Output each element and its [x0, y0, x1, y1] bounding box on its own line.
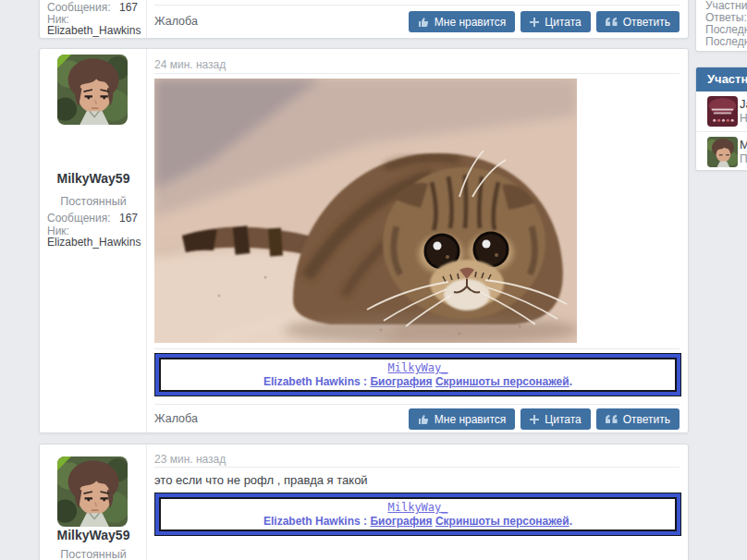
reply-button-label: Ответить — [623, 413, 670, 426]
report-link[interactable]: Жалоба — [154, 15, 198, 28]
signature-name: Elizabeth Hawkins : — [263, 375, 367, 388]
post-actions: Мне нравится Цитата Ответить — [409, 408, 680, 430]
member-2-name: Mil — [740, 138, 747, 152]
nick-value: Elizabeth_Hawkins — [47, 24, 138, 37]
online-indicator-badge — [57, 457, 71, 470]
reply-button[interactable]: Ответить — [596, 408, 680, 430]
stats-row-last-2: Последний — [705, 36, 747, 48]
messages-label: Сообщения: — [47, 212, 110, 225]
post-body-text: это если что не рофл , правда я такой — [154, 473, 677, 487]
signature-suffix: . — [569, 515, 572, 528]
signature-screens-link[interactable]: Скриншоты персонажей — [435, 515, 569, 528]
members-box: Участники Jan Нов — [695, 67, 747, 171]
thumbs-up-icon — [418, 414, 429, 425]
signature-suffix: . — [569, 375, 572, 388]
signature-bio-link[interactable]: Биография — [370, 515, 432, 528]
signature-user-link[interactable]: MilkyWay_ — [387, 361, 447, 374]
member-row-1[interactable]: Jan Нов — [696, 91, 747, 131]
messages-label: Сообщения: — [47, 1, 110, 14]
signature-border: MilkyWay_ Elizabeth Hawkins : Биография … — [155, 354, 680, 396]
quote-marks-icon — [606, 18, 618, 26]
signature-line-2: Elizabeth Hawkins : Биография Скриншоты … — [263, 515, 572, 528]
messages-count-row: Сообщения: 167 — [47, 212, 138, 225]
signature-divider — [154, 348, 680, 349]
signature-line-1: MilkyWay_ — [387, 501, 447, 514]
thumbs-up-icon — [418, 17, 429, 28]
signature-user-link[interactable]: MilkyWay_ — [387, 501, 447, 514]
plus-icon — [530, 415, 539, 424]
post-image-cat[interactable] — [154, 79, 577, 343]
signature-bio-link[interactable]: Биография — [370, 375, 432, 388]
author-name[interactable]: MilkyWay59 — [40, 528, 147, 542]
topic-stats-box: Участники Ответы: Последний Последний — [695, 0, 747, 52]
quote-button[interactable]: Цитата — [520, 408, 590, 430]
signature-border: MilkyWay_ Elizabeth Hawkins : Биография … — [155, 493, 680, 535]
quote-marks-icon — [606, 415, 618, 423]
quote-button-label: Цитата — [545, 16, 581, 29]
author-name[interactable]: MilkyWay59 — [40, 171, 147, 186]
member-1-avatar-image — [707, 96, 738, 127]
post-top-user-column: Сообщения: 167 Ник: Elizabeth_Hawkins — [40, 0, 147, 38]
messages-value: 167 — [119, 212, 138, 225]
like-button[interactable]: Мне нравится — [409, 11, 516, 32]
post-card-top: Сообщения: 167 Ник: Elizabeth_Hawkins Жа… — [39, 0, 689, 39]
report-link[interactable]: Жалоба — [154, 412, 198, 425]
member-1-name: Jan — [740, 97, 747, 111]
post-timestamp[interactable]: 23 мин. назад — [154, 453, 226, 466]
post-footer-divider — [154, 404, 680, 405]
signature-block: MilkyWay_ Elizabeth Hawkins : Биография … — [154, 493, 681, 536]
post-timestamp[interactable]: 24 мин. назад — [154, 58, 226, 71]
signature-content: MilkyWay_ Elizabeth Hawkins : Биография … — [159, 497, 677, 531]
quote-button[interactable]: Цитата — [520, 11, 590, 32]
author-rank: Постоянный — [40, 548, 147, 560]
signature-line-1: MilkyWay_ — [387, 361, 447, 374]
member-2-avatar — [707, 137, 738, 167]
post-card-image: MilkyWay59 Постоянный Сообщения: 167 Ник… — [39, 48, 689, 433]
plus-icon — [530, 18, 539, 27]
author-rank: Постоянный — [40, 195, 147, 208]
signature-screens-link[interactable]: Скриншоты персонажей — [435, 375, 569, 388]
like-button[interactable]: Мне нравится — [409, 408, 516, 430]
post-text-user-column: MilkyWay59 Постоянный — [40, 444, 147, 560]
members-box-title: Участники — [696, 67, 747, 91]
topic-stats-rows: Участники Ответы: Последний Последний — [705, 0, 747, 48]
reply-button[interactable]: Ответить — [596, 11, 680, 32]
post-card-text: MilkyWay59 Постоянный 23 мин. назад это … — [39, 444, 689, 560]
post-header-divider — [154, 73, 680, 74]
member-1-rank: Нов — [740, 112, 747, 125]
member-1-avatar — [707, 96, 738, 127]
messages-value: 167 — [119, 1, 138, 14]
post-actions: Мне нравится Цитата Ответить — [409, 11, 680, 32]
post-image-user-column: MilkyWay59 Постоянный Сообщения: 167 Ник… — [40, 49, 147, 432]
reply-button-label: Ответить — [623, 16, 670, 29]
signature-name: Elizabeth Hawkins : — [263, 515, 367, 528]
like-button-label: Мне нравится — [435, 16, 507, 29]
signature-line-2: Elizabeth Hawkins : Биография Скриншоты … — [263, 375, 572, 388]
nick-value: Elizabeth_Hawkins — [47, 236, 138, 249]
quote-button-label: Цитата — [545, 413, 581, 426]
online-indicator-badge — [57, 55, 71, 68]
member-2-rank: Пос — [740, 152, 747, 165]
signature-block: MilkyWay_ Elizabeth Hawkins : Биография … — [154, 353, 681, 396]
post-footer-divider — [154, 5, 680, 6]
post-header-divider — [154, 467, 680, 468]
member-row-2[interactable]: Mil Пос — [696, 131, 747, 171]
like-button-label: Мне нравится — [435, 413, 507, 426]
scared-kitten-picture — [154, 79, 577, 343]
signature-content: MilkyWay_ Elizabeth Hawkins : Биография … — [159, 358, 677, 392]
member-2-avatar-image — [707, 137, 738, 167]
messages-count-row: Сообщения: 167 — [47, 1, 138, 14]
